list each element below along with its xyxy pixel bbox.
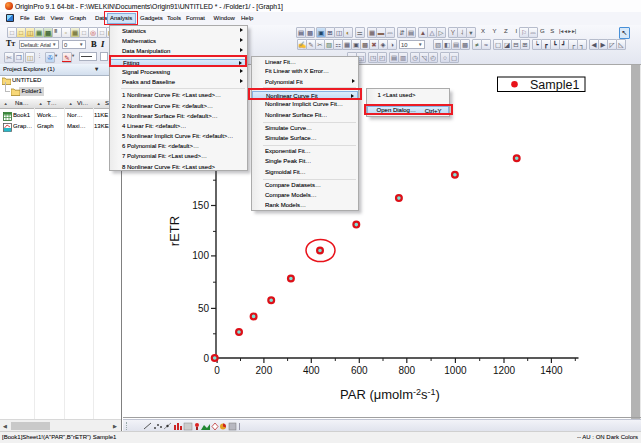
svg-text:Sample1: Sample1 (530, 78, 579, 92)
svg-text:100: 100 (192, 250, 209, 261)
svg-text:600: 600 (350, 365, 367, 376)
svg-text:200: 200 (255, 365, 272, 376)
svg-text:400: 400 (302, 365, 319, 376)
svg-text:50: 50 (197, 303, 209, 314)
svg-text:rETR: rETR (166, 216, 181, 246)
svg-text:0: 0 (214, 365, 220, 376)
svg-text:1400: 1400 (540, 365, 563, 376)
svg-text:0: 0 (203, 353, 209, 364)
svg-text:1200: 1200 (492, 365, 515, 376)
svg-text:1000: 1000 (444, 365, 467, 376)
svg-text:PAR (μmolm-2s-1): PAR (μmolm-2s-1) (340, 387, 440, 402)
svg-text:800: 800 (398, 365, 415, 376)
svg-text:150: 150 (192, 200, 209, 211)
